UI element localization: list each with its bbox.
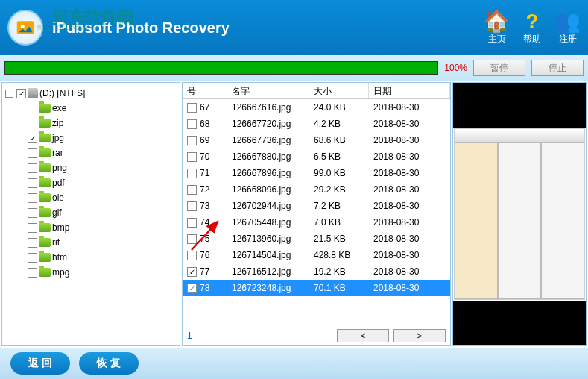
row-checkbox[interactable] bbox=[187, 152, 197, 162]
row-num: 78 bbox=[200, 283, 209, 293]
tree-item-bmp[interactable]: bmp bbox=[28, 220, 177, 235]
prev-page-button[interactable]: < bbox=[337, 329, 389, 342]
row-checkbox[interactable]: ✓ bbox=[187, 284, 197, 293]
row-size: 68.6 KB bbox=[309, 135, 369, 145]
folder-icon bbox=[39, 134, 51, 142]
tree-item-label: rif bbox=[52, 237, 60, 248]
row-checkbox[interactable] bbox=[187, 234, 197, 244]
tree-item-label: zip bbox=[52, 118, 63, 128]
tree-checkbox[interactable] bbox=[28, 268, 37, 278]
tree-item-mpg[interactable]: mpg bbox=[28, 265, 177, 280]
app-logo-icon bbox=[7, 10, 43, 46]
row-num: 67 bbox=[200, 102, 209, 113]
col-name[interactable]: 名字 bbox=[227, 83, 309, 98]
tree-checkbox[interactable] bbox=[28, 208, 37, 218]
tree-item-gif[interactable]: gif bbox=[28, 205, 177, 220]
preview-bottom-black bbox=[453, 301, 586, 345]
table-row[interactable]: 70126667880.jpg6.5 KB2018-08-30 bbox=[183, 148, 450, 165]
table-row[interactable]: 69126667736.jpg68.6 KB2018-08-30 bbox=[183, 132, 450, 148]
tree-item-rif[interactable]: rif bbox=[28, 235, 177, 250]
table-row[interactable]: 73126702944.jpg7.2 KB2018-08-30 bbox=[183, 198, 450, 214]
help-label: 帮助 bbox=[523, 33, 541, 46]
home-label: 主页 bbox=[488, 33, 506, 46]
file-list-panel: 号 名字 大小 日期 67126667616.jpg24.0 KB2018-08… bbox=[182, 82, 451, 346]
row-num: 68 bbox=[200, 119, 209, 129]
next-page-button[interactable]: > bbox=[393, 329, 446, 342]
table-header: 号 名字 大小 日期 bbox=[183, 83, 450, 99]
table-row[interactable]: 75126713960.jpg21.5 KB2018-08-30 bbox=[183, 231, 450, 247]
row-checkbox[interactable] bbox=[187, 119, 197, 129]
row-size: 24.0 KB bbox=[309, 102, 369, 113]
table-row[interactable]: 74126705448.jpg7.0 KB2018-08-30 bbox=[183, 214, 450, 231]
help-button[interactable]: ? 帮助 bbox=[523, 10, 541, 46]
row-checkbox[interactable] bbox=[187, 136, 197, 145]
tree-item-label: htm bbox=[52, 252, 67, 263]
tree-checkbox[interactable] bbox=[28, 104, 37, 113]
register-button[interactable]: 👥 注册 bbox=[554, 10, 581, 46]
row-size: 6.5 KB bbox=[309, 151, 369, 162]
tree-checkbox[interactable] bbox=[28, 193, 37, 203]
tree-item-zip[interactable]: zip bbox=[28, 116, 177, 131]
footer: 返 回 恢 复 bbox=[0, 348, 588, 379]
row-checkbox[interactable] bbox=[187, 169, 197, 178]
tree-item-rar[interactable]: rar bbox=[28, 145, 177, 160]
tree-item-label: pdf bbox=[52, 178, 65, 188]
tree-checkbox[interactable] bbox=[28, 163, 37, 173]
tree-item-pdf[interactable]: pdf bbox=[28, 175, 177, 190]
row-checkbox[interactable] bbox=[187, 218, 197, 228]
stop-button[interactable]: 停止 bbox=[531, 60, 584, 76]
pause-button[interactable]: 暂停 bbox=[473, 60, 525, 76]
tree-item-ole[interactable]: ole bbox=[28, 190, 177, 205]
row-size: 99.0 KB bbox=[309, 168, 369, 178]
table-row[interactable]: ✓78126723248.jpg70.1 KB2018-08-30 bbox=[183, 280, 450, 296]
svg-point-1 bbox=[21, 25, 25, 28]
header: 河东软件园 www.pc0359.cn iPubsoft Photo Recov… bbox=[0, 0, 588, 55]
row-date: 2018-08-30 bbox=[369, 234, 450, 244]
row-num: 69 bbox=[200, 135, 209, 145]
tree-checkbox[interactable] bbox=[28, 119, 37, 128]
table-row[interactable]: 76126714504.jpg428.8 KB2018-08-30 bbox=[183, 247, 450, 263]
tree-item-png[interactable]: png bbox=[28, 160, 177, 175]
tree-item-htm[interactable]: htm bbox=[28, 250, 177, 265]
pager: 1 < > bbox=[183, 325, 450, 345]
page-number[interactable]: 1 bbox=[187, 331, 192, 341]
row-checkbox[interactable]: ✓ bbox=[187, 267, 197, 277]
row-date: 2018-08-30 bbox=[369, 184, 450, 195]
table-row[interactable]: 71126667896.jpg99.0 KB2018-08-30 bbox=[183, 165, 450, 181]
col-date[interactable]: 日期 bbox=[369, 83, 450, 98]
tree-root[interactable]: − ✓ (D:) [NTFS] bbox=[5, 86, 177, 101]
row-num: 74 bbox=[200, 217, 209, 228]
tree-item-label: png bbox=[52, 163, 67, 173]
folder-tree[interactable]: − ✓ (D:) [NTFS] exezip✓jpgrarpngpdfolegi… bbox=[1, 82, 180, 346]
col-num[interactable]: 号 bbox=[183, 83, 227, 98]
table-row[interactable]: ✓77126716512.jpg19.2 KB2018-08-30 bbox=[183, 263, 450, 280]
row-checkbox[interactable] bbox=[187, 185, 197, 195]
table-row[interactable]: 67126667616.jpg24.0 KB2018-08-30 bbox=[183, 99, 450, 116]
tree-checkbox[interactable]: ✓ bbox=[16, 89, 26, 98]
collapse-icon[interactable]: − bbox=[5, 90, 13, 98]
tree-checkbox[interactable] bbox=[28, 238, 37, 248]
tree-checkbox[interactable]: ✓ bbox=[28, 134, 37, 143]
tree-item-label: gif bbox=[52, 207, 62, 218]
row-num: 76 bbox=[200, 250, 209, 260]
row-num: 71 bbox=[200, 168, 209, 178]
col-size[interactable]: 大小 bbox=[309, 83, 369, 98]
table-body[interactable]: 67126667616.jpg24.0 KB2018-08-3068126667… bbox=[183, 99, 450, 325]
row-name: 126713960.jpg bbox=[227, 234, 309, 244]
table-row[interactable]: 68126667720.jpg4.2 KB2018-08-30 bbox=[183, 116, 450, 132]
table-row[interactable]: 72126668096.jpg29.2 KB2018-08-30 bbox=[183, 181, 450, 198]
home-button[interactable]: 🏠 主页 bbox=[484, 10, 510, 46]
tree-checkbox[interactable] bbox=[28, 253, 37, 263]
tree-checkbox[interactable] bbox=[28, 223, 37, 233]
row-checkbox[interactable] bbox=[187, 201, 197, 211]
tree-checkbox[interactable] bbox=[28, 148, 37, 158]
recover-button[interactable]: 恢 复 bbox=[79, 352, 139, 375]
row-checkbox[interactable] bbox=[187, 103, 197, 113]
row-name: 126716512.jpg bbox=[227, 266, 309, 277]
row-checkbox[interactable] bbox=[187, 251, 197, 260]
tree-item-jpg[interactable]: ✓jpg bbox=[28, 131, 177, 145]
folder-icon bbox=[39, 178, 51, 187]
tree-checkbox[interactable] bbox=[28, 178, 37, 188]
tree-item-exe[interactable]: exe bbox=[28, 101, 177, 116]
back-button[interactable]: 返 回 bbox=[10, 352, 70, 375]
